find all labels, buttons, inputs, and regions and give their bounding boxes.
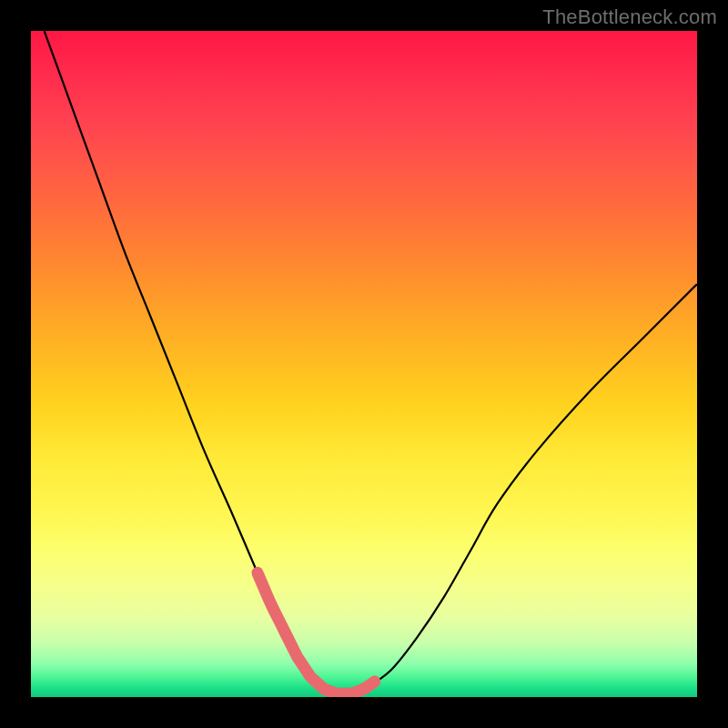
watermark-text: TheBottleneck.com bbox=[542, 5, 717, 29]
plot-area bbox=[31, 31, 697, 697]
curve-highlight bbox=[258, 572, 375, 693]
curve-layer bbox=[31, 31, 697, 697]
chart-frame bbox=[27, 27, 701, 701]
bottleneck-curve bbox=[45, 31, 697, 694]
